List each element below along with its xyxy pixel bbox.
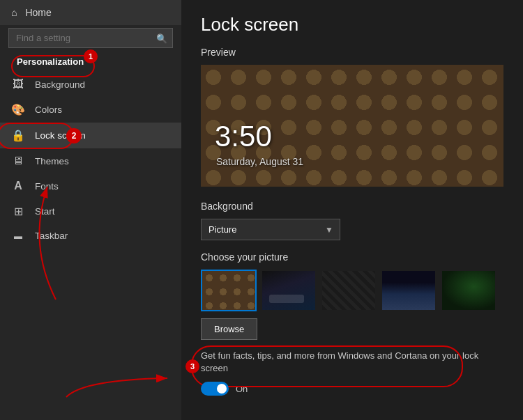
themes-icon: 🖥 bbox=[11, 155, 25, 167]
search-input[interactable] bbox=[8, 28, 173, 48]
sidebar-item-lock-screen-wrapper: 🔒 Lock screen 2 bbox=[0, 123, 181, 148]
preview-box: 3:50 Saturday, August 31 bbox=[201, 65, 503, 187]
taskbar-icon: ▬ bbox=[11, 231, 25, 241]
personalization-label: Personalization bbox=[7, 53, 93, 70]
main-content: Lock screen Preview 3:50 Saturday, Augus… bbox=[181, 0, 523, 420]
lock-screen-icon: 🔒 bbox=[11, 129, 25, 142]
sidebar-item-themes[interactable]: 🖥 Themes bbox=[0, 148, 181, 173]
background-section: Background Picture Windows spotlight Sli… bbox=[201, 201, 503, 240]
toggle-knob bbox=[217, 384, 227, 394]
toggle-row: On bbox=[201, 382, 503, 396]
thumb-1-preview bbox=[202, 271, 255, 310]
sidebar-item-label: Fonts bbox=[35, 181, 59, 192]
annotation-badge-3: 3 bbox=[185, 359, 199, 373]
personalization-section: Personalization 1 bbox=[0, 54, 181, 72]
fun-facts-section: 3 Get fun facts, tips, and more from Win… bbox=[201, 350, 503, 396]
choose-picture-label: Choose your picture bbox=[201, 251, 503, 263]
background-dropdown[interactable]: Picture Windows spotlight Slideshow bbox=[201, 219, 340, 240]
page-title: Lock screen bbox=[201, 14, 503, 36]
sidebar-search-container: 🔍 bbox=[8, 28, 173, 48]
sidebar-item-home[interactable]: ⌂ Home bbox=[0, 0, 181, 25]
sidebar-item-taskbar[interactable]: ▬ Taskbar bbox=[0, 224, 181, 247]
preview-date: Saturday, August 31 bbox=[216, 156, 303, 167]
fun-facts-text: Get fun facts, tips, and more from Windo… bbox=[201, 350, 503, 375]
home-icon: ⌂ bbox=[11, 7, 17, 18]
sidebar: ⌂ Home 🔍 Personalization 1 🖼 Background … bbox=[0, 0, 181, 420]
picture-thumb-1[interactable] bbox=[201, 270, 257, 311]
picture-thumb-5[interactable] bbox=[441, 270, 497, 311]
preview-label: Preview bbox=[201, 47, 503, 58]
fun-facts-toggle[interactable] bbox=[201, 382, 229, 396]
sidebar-item-label: Taskbar bbox=[35, 231, 68, 241]
thumb-3-preview bbox=[322, 271, 375, 310]
sidebar-item-label: Background bbox=[35, 79, 85, 90]
sidebar-item-lock-screen[interactable]: 🔒 Lock screen bbox=[0, 123, 181, 148]
picture-thumb-3[interactable] bbox=[321, 270, 377, 311]
sidebar-item-label: Start bbox=[35, 206, 55, 217]
sidebar-item-label: Themes bbox=[35, 156, 69, 166]
fonts-icon: A bbox=[11, 180, 25, 192]
colors-icon: 🎨 bbox=[11, 103, 25, 116]
sidebar-item-colors[interactable]: 🎨 Colors bbox=[0, 97, 181, 123]
background-icon: 🖼 bbox=[11, 78, 25, 91]
sidebar-item-label: Colors bbox=[35, 104, 62, 115]
toggle-label: On bbox=[236, 384, 248, 394]
background-label: Background bbox=[201, 201, 503, 212]
annotation-badge-2: 2 bbox=[66, 128, 82, 143]
thumb-2-preview bbox=[262, 271, 315, 310]
sidebar-home-label: Home bbox=[25, 7, 51, 18]
start-icon: ⊞ bbox=[11, 205, 25, 218]
thumb-4-preview bbox=[382, 271, 435, 310]
pictures-grid bbox=[201, 270, 503, 311]
sidebar-item-background[interactable]: 🖼 Background bbox=[0, 72, 181, 97]
background-dropdown-wrapper: Picture Windows spotlight Slideshow ▼ bbox=[201, 219, 340, 240]
picture-thumb-4[interactable] bbox=[381, 270, 437, 311]
thumb-5-preview bbox=[442, 271, 495, 310]
sidebar-item-fonts[interactable]: A Fonts bbox=[0, 173, 181, 199]
choose-picture-section: Choose your picture Browse bbox=[201, 251, 503, 340]
sidebar-item-start[interactable]: ⊞ Start bbox=[0, 199, 181, 224]
browse-button[interactable]: Browse bbox=[201, 318, 257, 340]
search-icon: 🔍 bbox=[156, 33, 167, 43]
picture-thumb-2[interactable] bbox=[261, 270, 317, 311]
annotation-badge-1: 1 bbox=[84, 49, 98, 63]
preview-time: 3:50 bbox=[215, 120, 272, 153]
